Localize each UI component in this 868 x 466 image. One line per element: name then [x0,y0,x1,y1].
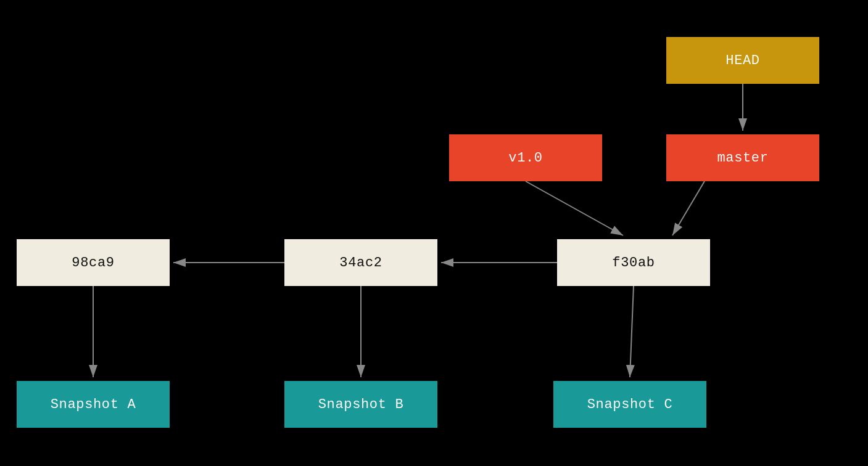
98ca9-node: 98ca9 [17,239,170,286]
svg-line-2 [526,181,623,235]
34ac2-label: 34ac2 [339,255,382,271]
snapshot-b-label: Snapshot B [318,397,404,412]
98ca9-label: 98ca9 [72,255,114,271]
snapshot-c-node: Snapshot C [553,381,706,428]
snapshot-b-node: Snapshot B [284,381,437,428]
34ac2-node: 34ac2 [284,239,437,286]
master-label: master [717,150,768,166]
snapshot-c-label: Snapshot C [587,397,673,412]
svg-line-3 [672,181,705,235]
master-node: master [666,134,819,181]
head-label: HEAD [725,53,759,68]
head-node: HEAD [666,37,819,84]
v10-label: v1.0 [508,150,542,166]
svg-line-8 [630,286,634,377]
f30ab-label: f30ab [612,255,655,271]
v10-node: v1.0 [449,134,602,181]
snapshot-a-label: Snapshot A [51,397,136,412]
f30ab-node: f30ab [557,239,710,286]
snapshot-a-node: Snapshot A [17,381,170,428]
git-diagram: HEAD master v1.0 f30ab 34ac2 98ca9 Snaps… [0,0,868,466]
